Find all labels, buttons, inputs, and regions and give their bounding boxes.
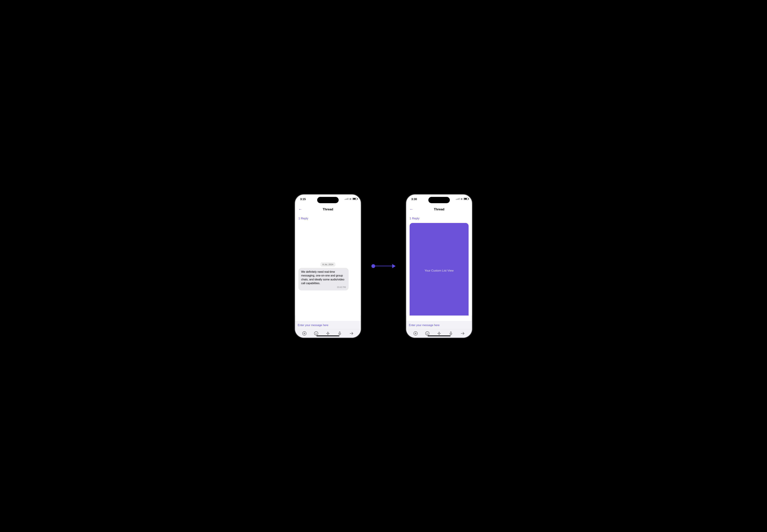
custom-list-view: Your Custom List View — [410, 223, 469, 316]
svg-point-4 — [315, 333, 316, 333]
wifi-icon-2: ⊜ — [461, 198, 463, 200]
add-button-1[interactable] — [301, 330, 307, 336]
reply-count-1[interactable]: 1 Reply — [298, 217, 357, 220]
reply-count-2[interactable]: 1 Reply — [410, 217, 469, 220]
content-area-1: 1 Reply 8 Jul, 2024 We definitely need r… — [295, 214, 361, 316]
input-area-1 — [295, 321, 361, 329]
message-bubble-1: We definitely need real-time messaging, … — [298, 268, 348, 290]
arrow-line — [375, 266, 392, 266]
nav-title-2: Thread — [434, 207, 445, 211]
svg-point-12 — [427, 333, 427, 333]
home-indicator-2 — [428, 335, 451, 336]
wifi-icon-1: ⊜ — [349, 198, 351, 200]
phone-1: 3:15 ⊜ ← Thread 1 Reply 8 Jul, 2024 — [295, 194, 361, 338]
message-input-1[interactable] — [298, 323, 358, 327]
nav-title-1: Thread — [322, 207, 333, 211]
send-button-1[interactable] — [348, 330, 354, 336]
arrow-dot — [371, 264, 375, 268]
home-indicator-1 — [316, 335, 339, 336]
dynamic-island-2 — [428, 197, 450, 203]
input-area-2 — [406, 321, 472, 329]
svg-point-5 — [316, 333, 317, 333]
back-button-2[interactable]: ← — [410, 207, 413, 212]
status-time-1: 3:15 — [300, 198, 306, 201]
svg-point-13 — [428, 333, 428, 333]
svg-rect-6 — [339, 332, 340, 334]
message-time-1: 03:42 PM — [301, 286, 346, 288]
arrow-head — [392, 264, 396, 268]
date-badge-1: 8 Jul, 2024 — [298, 263, 357, 266]
battery-icon-2 — [464, 198, 468, 200]
battery-icon-1 — [352, 198, 357, 200]
add-button-2[interactable] — [413, 330, 419, 336]
message-text-1: We definitely need real-time messaging, … — [301, 270, 346, 285]
toolbar-2 — [406, 329, 472, 338]
dynamic-island-1 — [317, 197, 339, 203]
signal-icon-1 — [344, 198, 348, 200]
phone-2: 3:30 ⊜ ← Thread 1 Reply Your Custom List… — [406, 194, 472, 338]
custom-list-label: Your Custom List View — [425, 269, 454, 272]
signal-icon-2 — [456, 198, 460, 200]
scene: 3:15 ⊜ ← Thread 1 Reply 8 Jul, 2024 — [295, 194, 472, 338]
arrow-connector — [371, 264, 396, 268]
svg-point-3 — [314, 332, 318, 335]
svg-point-11 — [426, 332, 429, 335]
send-button-2[interactable] — [460, 330, 466, 336]
toolbar-1 — [295, 329, 361, 338]
message-input-2[interactable] — [409, 323, 469, 327]
nav-bar-2: ← Thread — [406, 205, 472, 214]
status-time-2: 3:30 — [411, 198, 417, 201]
svg-rect-14 — [450, 332, 452, 334]
nav-bar-1: ← Thread — [295, 205, 361, 214]
back-button-1[interactable]: ← — [298, 207, 302, 212]
status-icons-2: ⊜ — [456, 198, 468, 200]
messages-area-1: 8 Jul, 2024 We definitely need real-time… — [298, 223, 357, 291]
status-icons-1: ⊜ — [344, 198, 357, 200]
content-area-2: 1 Reply Your Custom List View — [406, 214, 472, 316]
